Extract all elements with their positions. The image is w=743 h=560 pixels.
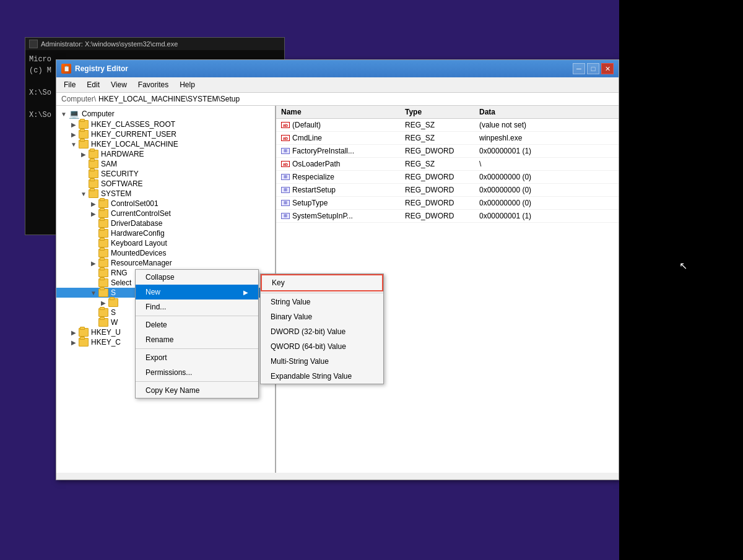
ctx-collapse[interactable]: Collapse bbox=[136, 270, 258, 285]
value-row-setuptype[interactable]: ⊞ SetupType REG_DWORD 0x00000000 (0) bbox=[276, 197, 619, 210]
ctx-rename-label: Rename bbox=[146, 335, 173, 344]
minimize-button[interactable]: ─ bbox=[573, 63, 585, 74]
folder-icon-hku bbox=[79, 328, 89, 337]
tree-label-w: W bbox=[111, 318, 118, 327]
tree-item-driverdatabase[interactable]: DriverDatabase bbox=[56, 218, 275, 228]
value-icon-cmdline: ab bbox=[281, 135, 290, 141]
tree-item-mounteddevices[interactable]: MountedDevices bbox=[56, 248, 275, 258]
value-row-default[interactable]: ab (Default) REG_SZ (value not set) bbox=[276, 119, 619, 132]
toggle-hku: ▶ bbox=[69, 329, 79, 336]
value-data-osloaderpath: \ bbox=[479, 160, 614, 168]
submenu-expandable-value[interactable]: Expandable String Value bbox=[261, 369, 383, 384]
tree-item-hkcr[interactable]: ▶ HKEY_CLASSES_ROOT bbox=[56, 119, 275, 129]
value-icon-respecialize: ⊞ bbox=[281, 174, 290, 180]
tree-item-controlset001[interactable]: ▶ ControlSet001 bbox=[56, 199, 275, 209]
submenu-binary-value[interactable]: Binary Value bbox=[261, 309, 383, 324]
menu-favorites[interactable]: Favorites bbox=[133, 79, 173, 91]
submenu-new[interactable]: Key String Value Binary Value DWORD (32-… bbox=[260, 274, 384, 384]
folder-icon-hkcu bbox=[79, 130, 89, 139]
registry-titlebar: 📋 Registry Editor ─ □ ✕ bbox=[56, 60, 619, 77]
ctx-copykeyname-label: Copy Key Name bbox=[146, 386, 199, 395]
context-menu[interactable]: Collapse New ▶ Find... Delete Rename Exp… bbox=[135, 269, 259, 398]
tree-item-currentcontrolset[interactable]: ▶ CurrentControlSet bbox=[56, 209, 275, 218]
value-row-respecialize[interactable]: ⊞ Respecialize REG_DWORD 0x00000000 (0) bbox=[276, 171, 619, 184]
tree-item-computer[interactable]: ▼ 💻 Computer bbox=[56, 108, 275, 119]
submenu-dword-value[interactable]: DWORD (32-bit) Value bbox=[261, 324, 383, 339]
folder-icon-hklm bbox=[79, 140, 89, 149]
value-row-osloaderpath[interactable]: ab OsLoaderPath REG_SZ \ bbox=[276, 158, 619, 171]
value-data-systemsetupinp: 0x00000001 (1) bbox=[479, 212, 614, 220]
value-name-text-osloaderpath: OsLoaderPath bbox=[292, 160, 340, 168]
ctx-export[interactable]: Export bbox=[136, 350, 258, 365]
folder-icon-hkcc bbox=[79, 338, 89, 347]
ctx-new[interactable]: New ▶ bbox=[136, 285, 258, 299]
submenu-string-value-label: String Value bbox=[271, 298, 310, 306]
value-row-systemsetupinp[interactable]: ⊞ SystemSetupInP... REG_DWORD 0x00000001… bbox=[276, 210, 619, 223]
menu-edit[interactable]: Edit bbox=[82, 79, 105, 91]
ctx-find[interactable]: Find... bbox=[136, 299, 258, 314]
tree-item-sam[interactable]: SAM bbox=[56, 159, 275, 169]
value-row-cmdline[interactable]: ab CmdLine REG_SZ winpeshl.exe bbox=[276, 132, 619, 145]
folder-icon-mounteddevices bbox=[98, 249, 108, 257]
submenu-string-value[interactable]: String Value bbox=[261, 295, 383, 309]
folder-icon-software bbox=[89, 179, 98, 188]
tree-label-currentcontrolset: CurrentControlSet bbox=[111, 209, 171, 218]
submenu-dword-value-label: DWORD (32-bit) Value bbox=[271, 327, 345, 336]
submenu-key[interactable]: Key bbox=[261, 274, 383, 291]
value-icon-restartsetup: ⊞ bbox=[281, 187, 290, 193]
close-button[interactable]: ✕ bbox=[601, 63, 614, 74]
cmd-icon bbox=[29, 40, 38, 48]
folder-icon-controlset001 bbox=[98, 199, 108, 208]
menu-view[interactable]: View bbox=[106, 79, 132, 91]
ctx-find-label: Find... bbox=[146, 303, 166, 311]
value-name-respecialize: ⊞ Respecialize bbox=[281, 173, 405, 181]
ctx-delete[interactable]: Delete bbox=[136, 317, 258, 332]
submenu-sep1 bbox=[261, 293, 383, 293]
value-data-default: (value not set) bbox=[479, 121, 614, 129]
folder-icon-hardwareconfig bbox=[98, 229, 108, 238]
tree-label-sam: SAM bbox=[101, 160, 117, 168]
submenu-qword-value[interactable]: QWORD (64-bit) Value bbox=[261, 339, 383, 354]
folder-icon-currentcontrolset bbox=[98, 209, 108, 218]
ctx-copykeyname[interactable]: Copy Key Name bbox=[136, 383, 258, 398]
tree-item-security[interactable]: SECURITY bbox=[56, 169, 275, 179]
submenu-multistring-value-label: Multi-String Value bbox=[271, 357, 329, 366]
folder-icon-keyboardlayout bbox=[98, 239, 108, 248]
tree-item-resourcemanager[interactable]: ▶ ResourceManager bbox=[56, 258, 275, 268]
ctx-rename[interactable]: Rename bbox=[136, 332, 258, 347]
menu-help[interactable]: Help bbox=[175, 79, 200, 91]
toggle-resourcemanager: ▶ bbox=[89, 260, 98, 267]
maximize-button[interactable]: □ bbox=[587, 63, 599, 74]
value-name-text-setuptype: SetupType bbox=[292, 199, 328, 207]
tree-item-keyboardlayout[interactable]: Keyboard Layout bbox=[56, 238, 275, 248]
registry-title-left: 📋 Registry Editor bbox=[61, 64, 128, 74]
tree-item-software[interactable]: SOFTWARE bbox=[56, 179, 275, 189]
tree-item-hardware[interactable]: ▶ HARDWARE bbox=[56, 149, 275, 159]
tree-item-system[interactable]: ▼ SYSTEM bbox=[56, 189, 275, 199]
tree-label-controlset001: ControlSet001 bbox=[111, 199, 159, 208]
value-icon-systemsetupinp: ⊞ bbox=[281, 213, 290, 219]
submenu-multistring-value[interactable]: Multi-String Value bbox=[261, 354, 383, 369]
folder-icon-system bbox=[89, 189, 98, 198]
toggle-system: ▼ bbox=[79, 191, 89, 197]
tree-label-computer: Computer bbox=[82, 110, 115, 118]
col-header-name: Name bbox=[281, 108, 405, 116]
registry-app-icon: 📋 bbox=[61, 64, 71, 74]
tree-label-driverdatabase: DriverDatabase bbox=[111, 219, 162, 228]
value-row-restartsetup[interactable]: ⊞ RestartSetup REG_DWORD 0x00000000 (0) bbox=[276, 184, 619, 197]
menu-file[interactable]: File bbox=[59, 79, 80, 91]
value-name-text-cmdline: CmdLine bbox=[292, 134, 322, 142]
tree-item-hklm[interactable]: ▼ HKEY_LOCAL_MACHINE bbox=[56, 139, 275, 149]
address-path: HKEY_LOCAL_MACHINE\SYSTEM\Setup bbox=[98, 95, 240, 103]
ctx-permissions-label: Permissions... bbox=[146, 368, 192, 377]
tree-item-hardwareconfig[interactable]: HardwareConfig bbox=[56, 228, 275, 238]
tree-label-hkcc: HKEY_C bbox=[91, 338, 121, 347]
ctx-export-label: Export bbox=[146, 353, 167, 362]
ctx-permissions[interactable]: Permissions... bbox=[136, 365, 258, 380]
titlebar-buttons: ─ □ ✕ bbox=[573, 63, 614, 74]
tree-item-hkcu[interactable]: ▶ HKEY_CURRENT_USER bbox=[56, 129, 275, 139]
value-row-factory[interactable]: ⊞ FactoryPreInstall... REG_DWORD 0x00000… bbox=[276, 145, 619, 158]
toggle-hkcc: ▶ bbox=[69, 339, 79, 346]
tree-label-setup: S bbox=[111, 288, 116, 297]
value-name-text-default: (Default) bbox=[292, 121, 321, 129]
